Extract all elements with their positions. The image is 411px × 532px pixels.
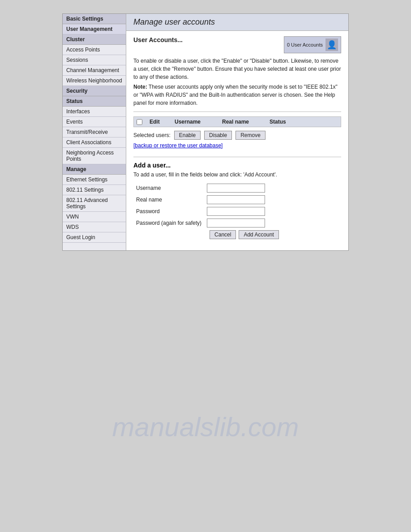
main-body: User Accounts... 0 User Accounts 👤 To en… xyxy=(126,31,348,250)
username-input[interactable] xyxy=(207,184,265,193)
sidebar-item-802-11-advanced-settings[interactable]: 802.11 Advanced Settings xyxy=(63,195,126,212)
sidebar-item-client-associations[interactable]: Client Associations xyxy=(63,137,126,148)
cancel-button[interactable]: Cancel xyxy=(210,230,236,239)
realname-label: Real name xyxy=(133,194,204,206)
sidebar-item-access-points[interactable]: Access Points xyxy=(63,45,126,55)
sidebar-item-channel-management[interactable]: Channel Management xyxy=(63,65,126,76)
sidebar-section-basic: Basic Settings xyxy=(63,14,126,24)
sidebar-item-sessions[interactable]: Sessions xyxy=(63,55,126,65)
col-username-header: Username xyxy=(175,119,215,125)
add-user-desc: To add a user, fill in the fields below … xyxy=(133,172,341,178)
disable-button[interactable]: Disable xyxy=(204,131,232,140)
username-label: Username xyxy=(133,182,204,194)
col-realname-header: Real name xyxy=(222,119,262,125)
sidebar-item-guest-login[interactable]: Guest Login xyxy=(63,232,126,243)
user-count-label: 0 User Accounts xyxy=(287,42,323,47)
user-accounts-title: User Accounts... xyxy=(133,36,183,43)
description-text: To enable or disable a user, click the "… xyxy=(133,57,341,81)
sidebar-item-vwn[interactable]: VWN xyxy=(63,212,126,222)
sidebar: Basic Settings User Management Cluster A… xyxy=(63,14,126,250)
sidebar-item-802-11-settings[interactable]: 802.11 Settings xyxy=(63,185,126,195)
password-again-row: Password (again for safety) xyxy=(133,217,282,229)
enable-button[interactable]: Enable xyxy=(174,131,201,140)
page-title: Manage user accounts xyxy=(126,14,348,31)
col-edit-header: Edit xyxy=(150,119,167,125)
user-icon: 👤 xyxy=(325,39,338,51)
password-label: Password xyxy=(133,206,204,217)
backup-restore-link[interactable]: [backup or restore the user database] xyxy=(133,142,223,149)
note-text: Note: These user accounts apply only whe… xyxy=(133,83,341,107)
sidebar-item-interfaces[interactable]: Interfaces xyxy=(63,107,126,117)
username-row: Username xyxy=(133,182,282,194)
main-content: Manage user accounts User Accounts... 0 … xyxy=(126,14,348,250)
selected-users-row: Selected users: Enable Disable Remove xyxy=(133,131,341,140)
realname-row: Real name xyxy=(133,194,282,206)
remove-button[interactable]: Remove xyxy=(235,131,265,140)
col-status-header: Status xyxy=(270,119,296,125)
selected-users-label: Selected users: xyxy=(133,132,171,138)
realname-input[interactable] xyxy=(207,195,265,204)
sidebar-item-wds[interactable]: WDS xyxy=(63,222,126,232)
add-account-button[interactable]: Add Account xyxy=(239,230,278,239)
password-again-input[interactable] xyxy=(207,219,265,227)
sidebar-section-cluster: Cluster xyxy=(63,34,126,45)
form-actions: Cancel Add Account xyxy=(210,230,279,239)
outer-wrapper: Basic Settings User Management Cluster A… xyxy=(0,13,411,251)
note-prefix: Note: xyxy=(133,84,147,90)
user-accounts-header: User Accounts... 0 User Accounts 👤 xyxy=(133,36,341,53)
sidebar-section-status: Status xyxy=(63,96,126,107)
sidebar-section-security: Security xyxy=(63,86,126,96)
form-actions-row: Cancel Add Account xyxy=(133,229,282,240)
divider-2 xyxy=(133,157,341,157)
select-all-checkbox[interactable] xyxy=(137,119,142,125)
sidebar-item-wireless-neighborhood[interactable]: Wireless Neighborhood xyxy=(63,76,126,86)
note-body: These user accounts apply only when the … xyxy=(133,84,338,106)
password-again-label: Password (again for safety) xyxy=(133,217,204,229)
add-user-title: Add a user... xyxy=(133,162,341,169)
sidebar-item-ethernet-settings[interactable]: Ethernet Settings xyxy=(63,175,126,185)
sidebar-item-neighboring-access-points[interactable]: Neighboring Access Points xyxy=(63,148,126,164)
user-count-badge: 0 User Accounts 👤 xyxy=(284,36,341,53)
password-row: Password xyxy=(133,206,282,217)
sidebar-section-manage: Manage xyxy=(63,164,126,175)
sidebar-item-user-management[interactable]: User Management xyxy=(63,24,126,34)
sidebar-item-transmit-receive[interactable]: Transmit/Receive xyxy=(63,127,126,137)
divider-1 xyxy=(133,112,341,112)
password-input[interactable] xyxy=(207,207,265,216)
page-container: Basic Settings User Management Cluster A… xyxy=(62,13,349,251)
sidebar-item-events[interactable]: Events xyxy=(63,117,126,127)
add-user-form: Username Real name Password Password (ag… xyxy=(133,182,282,240)
table-header-row: Edit Username Real name Status xyxy=(133,116,341,127)
